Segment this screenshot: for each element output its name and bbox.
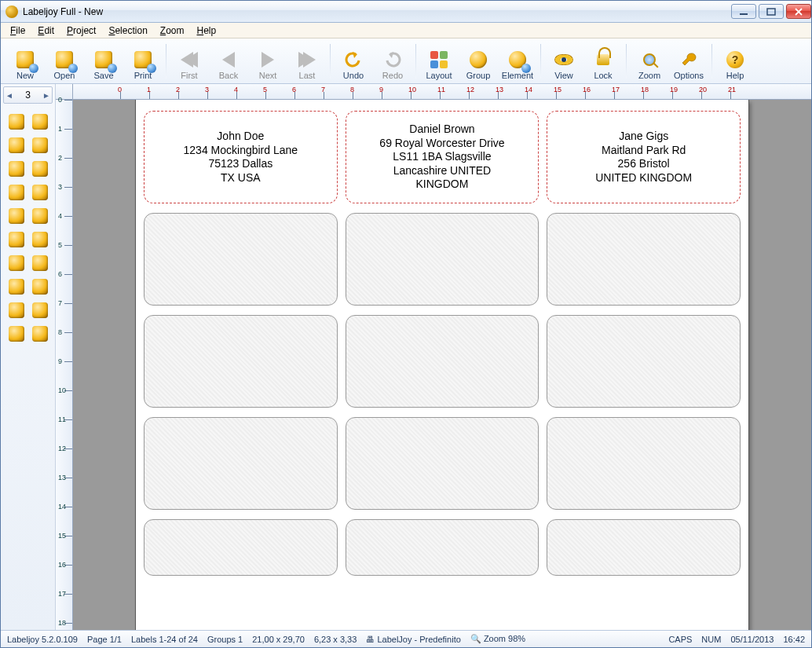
- layout-button[interactable]: Layout: [419, 42, 459, 81]
- label-cell[interactable]: [547, 315, 741, 408]
- group-button[interactable]: Group: [459, 42, 498, 81]
- lock-icon: [592, 49, 614, 71]
- menu-project[interactable]: Project: [60, 24, 102, 38]
- database-icon: [32, 185, 48, 200]
- folders-tool[interactable]: [31, 277, 49, 296]
- label-text: John Doe1234 Mockingbird Lane75123 Dalla…: [184, 130, 298, 185]
- zoom-button[interactable]: Zoom: [630, 42, 669, 81]
- minimize-button[interactable]: [731, 4, 756, 19]
- shape-icon: [32, 161, 48, 177]
- window-title: Labeljoy Full - New: [23, 6, 729, 17]
- print-button[interactable]: Print: [123, 42, 163, 81]
- folders-icon: [32, 279, 48, 295]
- label-cell[interactable]: John Doe1234 Mockingbird Lane75123 Dalla…: [144, 111, 338, 203]
- label-cell[interactable]: [346, 315, 540, 408]
- lock-button[interactable]: Lock: [583, 42, 623, 81]
- menu-zoom[interactable]: Zoom: [154, 24, 191, 38]
- windows-tool[interactable]: [7, 183, 26, 202]
- page-prev-icon[interactable]: ◄: [4, 91, 15, 100]
- toolbar-separator: [711, 44, 712, 79]
- gear-tool[interactable]: [7, 324, 26, 343]
- label-cell[interactable]: [144, 213, 338, 306]
- toolbar-separator: [540, 44, 541, 79]
- label-cell[interactable]: [346, 213, 540, 306]
- pointer-tool[interactable]: [7, 112, 26, 131]
- menu-edit[interactable]: Edit: [31, 24, 60, 38]
- status-size2: 6,23 x 3,33: [314, 635, 357, 644]
- datapanel-tool[interactable]: [7, 207, 26, 225]
- new-button[interactable]: New: [5, 42, 45, 81]
- textbox-tool[interactable]: [7, 159, 26, 178]
- export-tool[interactable]: [31, 230, 49, 249]
- export-icon: [32, 232, 48, 247]
- label-cell[interactable]: Daniel Brown69 Royal Worcester DriveLS11…: [346, 111, 540, 203]
- resize-icon: [32, 302, 48, 318]
- label-cell[interactable]: [144, 315, 338, 408]
- image-icon: [32, 137, 48, 153]
- group-icon: [467, 49, 489, 71]
- left-tool-strip: ◄ 3 ►: [1, 84, 56, 630]
- undo-label: Undo: [343, 71, 364, 80]
- horizontal-ruler: 0123456789101112131415161718192021: [56, 84, 811, 100]
- gear-icon: [9, 326, 24, 342]
- page-selector[interactable]: ◄ 3 ►: [3, 86, 53, 104]
- layout-icon: [428, 49, 450, 71]
- label-cell[interactable]: [144, 519, 338, 576]
- align-tool[interactable]: [7, 254, 26, 273]
- menu-help[interactable]: Help: [191, 24, 223, 38]
- help-icon: ?: [724, 49, 746, 71]
- main-toolbar: NewOpenSavePrintFirstBackNextLastUndoRed…: [1, 38, 811, 84]
- page-next-icon[interactable]: ►: [41, 91, 52, 100]
- resize-tool[interactable]: [31, 301, 49, 320]
- help-button[interactable]: ?Help: [715, 42, 755, 81]
- open-button[interactable]: Open: [45, 42, 84, 81]
- label-cell[interactable]: [547, 213, 741, 306]
- save-button[interactable]: Save: [84, 42, 123, 81]
- save-icon: [93, 49, 115, 71]
- page-number: 3: [15, 90, 41, 101]
- tune-tool[interactable]: [31, 324, 49, 343]
- folder-tool[interactable]: [7, 277, 26, 296]
- folder-icon: [9, 279, 24, 295]
- options-label: Options: [674, 71, 704, 80]
- label-cell[interactable]: Jane GigsMaitland Park Rd256 BristolUNIT…: [547, 111, 741, 203]
- group-label: Group: [466, 71, 491, 80]
- crossout-tool[interactable]: [31, 254, 49, 273]
- layout-label: Layout: [426, 71, 452, 80]
- print-icon: [132, 49, 154, 71]
- status-date: 05/11/2013: [730, 635, 774, 644]
- undo-button[interactable]: Undo: [334, 42, 373, 81]
- maximize-button[interactable]: [759, 4, 784, 19]
- database-tool[interactable]: [31, 183, 49, 202]
- next-button: Next: [248, 42, 287, 81]
- back-label: Back: [219, 71, 238, 80]
- status-num: NUM: [701, 635, 721, 644]
- label-cell[interactable]: [144, 417, 338, 510]
- help-label: Help: [726, 71, 744, 80]
- shape-tool[interactable]: [31, 159, 49, 178]
- datasearch-tool[interactable]: [31, 207, 49, 225]
- element-button[interactable]: Element: [498, 42, 537, 81]
- vertical-ruler: 012345678910111213141516171819: [56, 100, 73, 630]
- label-cell[interactable]: [346, 417, 540, 510]
- tool-palette: [1, 106, 55, 350]
- image-tool[interactable]: [31, 136, 49, 155]
- canvas-viewport[interactable]: John Doe1234 Mockingbird Lane75123 Dalla…: [73, 100, 811, 630]
- label-cell[interactable]: [346, 519, 540, 576]
- view-button[interactable]: View: [544, 42, 583, 81]
- key-tool[interactable]: [7, 230, 26, 249]
- first-label: First: [181, 71, 197, 80]
- menu-selection[interactable]: Selection: [102, 24, 153, 38]
- svg-rect-1: [767, 9, 775, 15]
- label-cell[interactable]: [547, 519, 741, 576]
- label-cell[interactable]: [547, 417, 741, 510]
- text-tool[interactable]: [7, 136, 26, 155]
- datasearch-icon: [32, 208, 48, 224]
- close-button[interactable]: [786, 4, 811, 19]
- flag-tool[interactable]: [7, 301, 26, 320]
- next-label: Next: [259, 71, 277, 80]
- zoom-icon: [638, 49, 660, 71]
- barcode-tool[interactable]: [31, 112, 49, 131]
- options-button[interactable]: Options: [669, 42, 708, 81]
- menu-file[interactable]: File: [4, 24, 31, 38]
